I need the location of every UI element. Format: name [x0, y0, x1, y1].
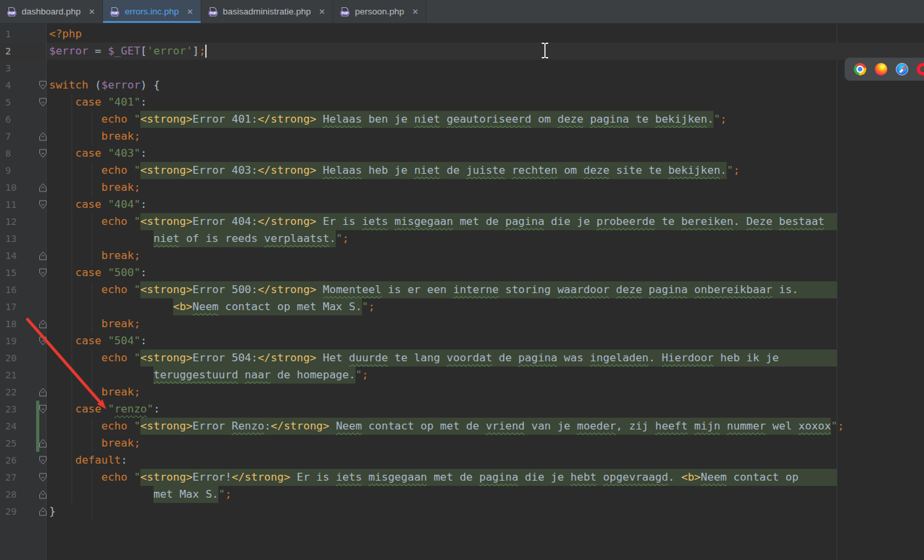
- code-line[interactable]: [49, 60, 837, 77]
- code-line[interactable]: case "renzo":: [49, 401, 837, 418]
- fold-end-icon[interactable]: [39, 132, 47, 141]
- code-line[interactable]: echo "<strong>Error Renzo:</strong> Neem…: [49, 418, 837, 435]
- code-line[interactable]: teruggestuurd naar de homepage.";: [49, 367, 837, 384]
- code-token: ": [108, 401, 114, 418]
- code-token: opgevraagd: [603, 469, 668, 486]
- code-line[interactable]: switch ($error) {: [49, 77, 837, 94]
- code-line[interactable]: break;: [49, 315, 837, 332]
- close-icon[interactable]: ✕: [412, 7, 418, 16]
- code-token: ;: [225, 486, 231, 503]
- gutter-row: 15: [0, 264, 49, 281]
- code-line[interactable]: break;: [49, 179, 837, 196]
- fold-collapse-icon[interactable]: [39, 81, 47, 90]
- chrome-icon[interactable]: [854, 63, 866, 75]
- opera-icon[interactable]: [917, 63, 924, 75]
- code-token: "500": [108, 264, 140, 281]
- code-token: [102, 94, 108, 111]
- code-token: [49, 367, 153, 384]
- code-token: bekijken: [668, 162, 720, 179]
- code-line[interactable]: niet of is reeds verplaatst.";: [49, 230, 837, 247]
- code-line[interactable]: break;: [49, 247, 837, 264]
- code-token: [362, 469, 369, 486]
- code-token: nummer: [727, 418, 766, 435]
- code-token: [127, 162, 134, 179]
- code-token: geautoriseerd: [447, 111, 531, 128]
- fold-collapse-icon[interactable]: [39, 200, 47, 209]
- code-line[interactable]: case "404":: [49, 196, 837, 213]
- fold-end-icon[interactable]: [39, 251, 47, 260]
- change-marker: [36, 298, 39, 315]
- code-line[interactable]: default:: [49, 452, 837, 469]
- editor: 1234567891011121314151617181920212223242…: [0, 24, 924, 560]
- code-line[interactable]: met Max S.";: [49, 486, 837, 503]
- code-line[interactable]: break;: [49, 384, 837, 401]
- code-token: ": [134, 350, 140, 367]
- code-line[interactable]: echo "<strong>Error 404:</strong> Er is …: [49, 213, 837, 230]
- tab-errors-inc[interactable]: PHP errors.inc.php ✕: [103, 0, 201, 23]
- code-line[interactable]: case "403":: [49, 145, 837, 162]
- fold-collapse-icon[interactable]: [39, 268, 47, 277]
- code-token: ": [727, 162, 733, 179]
- code-line[interactable]: break;: [49, 128, 837, 145]
- fold-end-icon[interactable]: [39, 490, 47, 499]
- code-line[interactable]: case "401":: [49, 94, 837, 111]
- code-line[interactable]: }: [49, 503, 837, 520]
- code-line[interactable]: <b>Neem contact op met Max S.";: [49, 298, 837, 315]
- fold-end-icon[interactable]: [39, 319, 47, 329]
- code-token: [799, 469, 837, 486]
- fold-collapse-icon[interactable]: [39, 149, 47, 158]
- code-line[interactable]: case "500":: [49, 264, 837, 281]
- fold-collapse-icon[interactable]: [39, 456, 47, 465]
- code-token: rechten: [512, 162, 557, 179]
- fold-end-icon[interactable]: [39, 183, 47, 192]
- fold-end-icon[interactable]: [39, 388, 47, 397]
- fold-collapse-icon[interactable]: [39, 405, 47, 414]
- gutter-row: 18: [0, 315, 49, 332]
- line-number: 18: [5, 315, 16, 332]
- code-line[interactable]: echo "<strong>Error!</strong> Er is iets…: [49, 469, 837, 486]
- code-line[interactable]: echo "<strong>Error 500:</strong> Moment…: [49, 281, 837, 298]
- tab-basisadministratie[interactable]: PHP basisadministratie.php ✕: [201, 0, 333, 23]
- fold-end-icon[interactable]: [39, 439, 47, 448]
- code-token: <?php: [49, 26, 82, 43]
- code-token: te lang: [388, 350, 447, 367]
- code-line[interactable]: <?php: [49, 26, 837, 43]
- gutter-row: 12: [0, 213, 49, 230]
- tab-dashboard[interactable]: PHP dashboard.php ✕: [0, 0, 103, 23]
- code-token: ]: [193, 43, 199, 60]
- close-icon[interactable]: ✕: [187, 7, 193, 16]
- code-token: Het: [316, 350, 349, 367]
- fold-collapse-icon[interactable]: [39, 336, 47, 346]
- code-line[interactable]: echo "<strong>Error 504:</strong> Het du…: [49, 350, 837, 367]
- code-token: ;: [369, 298, 375, 315]
- code-token: niet: [414, 162, 440, 179]
- gutter-row: 5: [0, 94, 49, 111]
- code-line[interactable]: case "504":: [49, 332, 837, 350]
- code-token: te: [629, 111, 655, 128]
- tab-persoon[interactable]: PHP persoon.php ✕: [333, 0, 426, 23]
- close-icon[interactable]: ✕: [89, 7, 95, 16]
- code-line[interactable]: echo "<strong>Error 403:</strong> Helaas…: [49, 162, 837, 179]
- fold-collapse-icon[interactable]: [39, 98, 47, 107]
- safari-icon[interactable]: [896, 63, 908, 75]
- fold-end-icon[interactable]: [39, 507, 47, 516]
- code-token: ": [134, 213, 140, 230]
- tab-label: basisadministratie.php: [223, 7, 311, 16]
- code-token: [329, 418, 336, 435]
- code-token: echo: [101, 418, 127, 435]
- close-icon[interactable]: ✕: [319, 7, 325, 16]
- code-token: die je: [544, 213, 596, 230]
- code-token: 'error': [147, 43, 193, 60]
- code-token: met de: [427, 469, 479, 486]
- code-token: is.: [773, 281, 799, 298]
- code-area[interactable]: <?php$error = $_GET['error'];switch ($er…: [49, 26, 837, 520]
- code-line[interactable]: break;: [49, 435, 837, 452]
- fold-collapse-icon[interactable]: [39, 473, 47, 482]
- code-token: echo: [101, 350, 127, 367]
- code-token: (: [89, 77, 102, 94]
- code-line[interactable]: echo "<strong>Error 401:</strong> Helaas…: [49, 111, 837, 128]
- code-token: niet: [414, 111, 440, 128]
- code-line[interactable]: $error = $_GET['error'];: [49, 43, 837, 60]
- firefox-icon[interactable]: [875, 63, 887, 75]
- code-token: hebt: [571, 469, 597, 486]
